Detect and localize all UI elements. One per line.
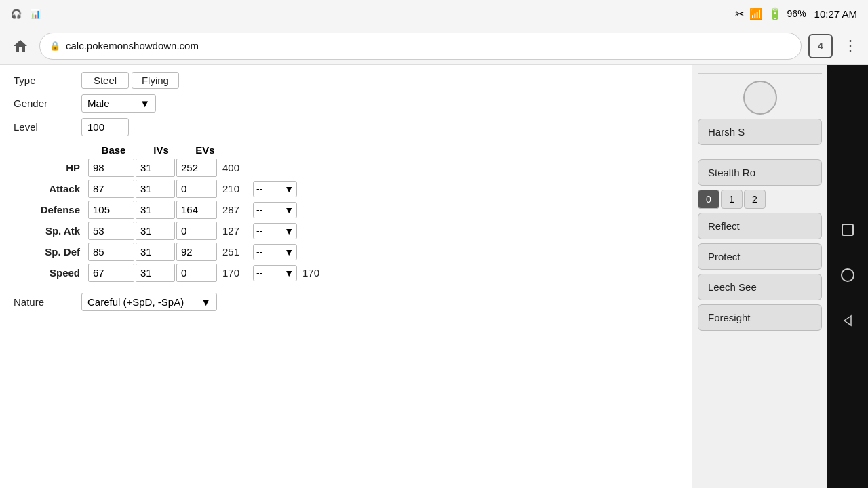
speed-total: 170	[217, 267, 248, 279]
defense-ev[interactable]	[176, 201, 217, 219]
defense-iv[interactable]	[136, 201, 175, 219]
tab-count-button[interactable]: 4	[808, 34, 833, 58]
home-nav-button[interactable]	[840, 268, 855, 286]
recents-button[interactable]	[840, 222, 855, 241]
boost-2-button[interactable]: 2	[744, 190, 766, 209]
level-row: Level	[14, 118, 678, 136]
hp-base[interactable]	[88, 159, 134, 177]
stat-row-spdef: Sp. Def 251 -- ▼	[14, 243, 678, 261]
reflect-button[interactable]: Reflect	[698, 213, 822, 239]
hp-ev[interactable]	[176, 159, 217, 177]
time-display: 10:27 AM	[814, 8, 857, 20]
speed-effective: 170	[297, 267, 328, 279]
speed-ev[interactable]	[176, 264, 217, 282]
nature-label: Nature	[14, 296, 81, 308]
spdef-label: Sp. Def	[14, 246, 88, 258]
defense-total: 287	[217, 204, 248, 216]
nature-row: Nature Careful (+SpD, -SpA) ▼	[14, 293, 678, 311]
divider-top	[698, 73, 822, 74]
address-bar-row: 🔒 calc.pokemonshowdown.com 4 ⋮	[0, 27, 868, 65]
hp-label: HP	[14, 162, 88, 174]
attack-label: Attack	[14, 183, 88, 195]
stats-header: Base IVs EVs	[14, 144, 678, 156]
spdef-base[interactable]	[88, 243, 134, 261]
lock-icon: 🔒	[50, 41, 60, 51]
menu-button[interactable]: ⋮	[840, 34, 860, 58]
type-row: Type Steel Flying	[14, 72, 678, 89]
address-field[interactable]: 🔒 calc.pokemonshowdown.com	[39, 33, 802, 60]
spatk-boost[interactable]: -- ▼	[253, 223, 297, 239]
defense-label: Defense	[14, 204, 88, 216]
level-input[interactable]	[81, 118, 129, 136]
stat-row-defense: Defense 287 -- ▼	[14, 201, 678, 219]
boost-row: 0 1 2	[698, 190, 822, 209]
svg-point-1	[842, 269, 854, 281]
defense-base[interactable]	[88, 201, 134, 219]
spatk-base[interactable]	[88, 222, 134, 240]
spatk-iv[interactable]	[136, 222, 175, 240]
protect-button[interactable]: Protect	[698, 243, 822, 270]
stat-row-spatk: Sp. Atk 127 -- ▼	[14, 222, 678, 240]
type-label: Type	[14, 75, 81, 86]
gender-select[interactable]: Male ▼	[81, 94, 156, 113]
leech-seed-button[interactable]: Leech See	[698, 274, 822, 300]
base-header: Base	[88, 144, 139, 156]
foresight-button[interactable]: Foresight	[698, 304, 822, 331]
type1-select[interactable]: Steel	[81, 72, 129, 89]
attack-base[interactable]	[88, 180, 134, 198]
harsh-sun-button[interactable]: Harsh S	[698, 119, 822, 145]
home-button[interactable]	[8, 34, 33, 58]
speed-base[interactable]	[88, 264, 134, 282]
attack-ev[interactable]	[176, 180, 217, 198]
right-panel: Harsh S Stealth Ro 0 1 2 Reflect Protect…	[692, 65, 827, 488]
gender-row: Gender Male ▼	[14, 94, 678, 113]
circle-button[interactable]	[743, 81, 777, 115]
spatk-label: Sp. Atk	[14, 225, 88, 237]
photo-icon: 📊	[30, 9, 41, 19]
battery-icon: 🔋	[768, 7, 782, 20]
left-status-icons: 🎧 📊	[11, 9, 41, 19]
boost-0-button[interactable]: 0	[698, 190, 719, 209]
hp-total: 400	[217, 162, 248, 174]
url-text: calc.pokemonshowdown.com	[66, 40, 199, 52]
divider-mid	[698, 152, 822, 152]
evs-header: EVs	[183, 144, 227, 156]
spatk-ev[interactable]	[176, 222, 217, 240]
speed-iv[interactable]	[136, 264, 175, 282]
stat-row-hp: HP 400	[14, 159, 678, 177]
left-panel: Type Steel Flying Gender Male ▼ Level Ba…	[0, 65, 692, 488]
android-nav-bar	[827, 65, 868, 488]
spdef-boost[interactable]: -- ▼	[253, 244, 297, 260]
attack-iv[interactable]	[136, 180, 175, 198]
type2-select[interactable]: Flying	[132, 72, 179, 89]
status-bar: 🎧 📊 ✂ 📶 🔋 96% 10:27 AM	[0, 0, 868, 27]
attack-boost[interactable]: -- ▼	[253, 181, 297, 197]
defense-boost[interactable]: -- ▼	[253, 202, 297, 218]
headphone-icon: 🎧	[11, 9, 22, 19]
signal-icon: 📶	[749, 7, 763, 20]
back-button[interactable]	[840, 313, 855, 331]
main-content: Type Steel Flying Gender Male ▼ Level Ba…	[0, 65, 868, 488]
stats-section: Base IVs EVs HP 400 Attack 210 --	[14, 144, 678, 282]
svg-marker-2	[844, 316, 851, 325]
battery-percent: 96%	[787, 8, 806, 19]
spdef-ev[interactable]	[176, 243, 217, 261]
stat-row-speed: Speed 170 -- ▼ 170	[14, 264, 678, 282]
nature-select[interactable]: Careful (+SpD, -SpA) ▼	[81, 293, 217, 311]
svg-rect-0	[842, 224, 853, 235]
gender-label: Gender	[14, 98, 81, 109]
level-label: Level	[14, 121, 81, 133]
stat-row-attack: Attack 210 -- ▼	[14, 180, 678, 198]
speed-label: Speed	[14, 267, 88, 279]
boost-1-button[interactable]: 1	[721, 190, 743, 209]
hp-iv[interactable]	[136, 159, 175, 177]
speed-boost[interactable]: -- ▼	[253, 265, 297, 281]
signal-crossed-icon: ✂	[735, 7, 744, 20]
spdef-iv[interactable]	[136, 243, 175, 261]
ivs-header: IVs	[139, 144, 183, 156]
spdef-total: 251	[217, 246, 248, 258]
spatk-total: 127	[217, 225, 248, 237]
stealth-rock-button[interactable]: Stealth Ro	[698, 159, 822, 186]
attack-total: 210	[217, 183, 248, 195]
